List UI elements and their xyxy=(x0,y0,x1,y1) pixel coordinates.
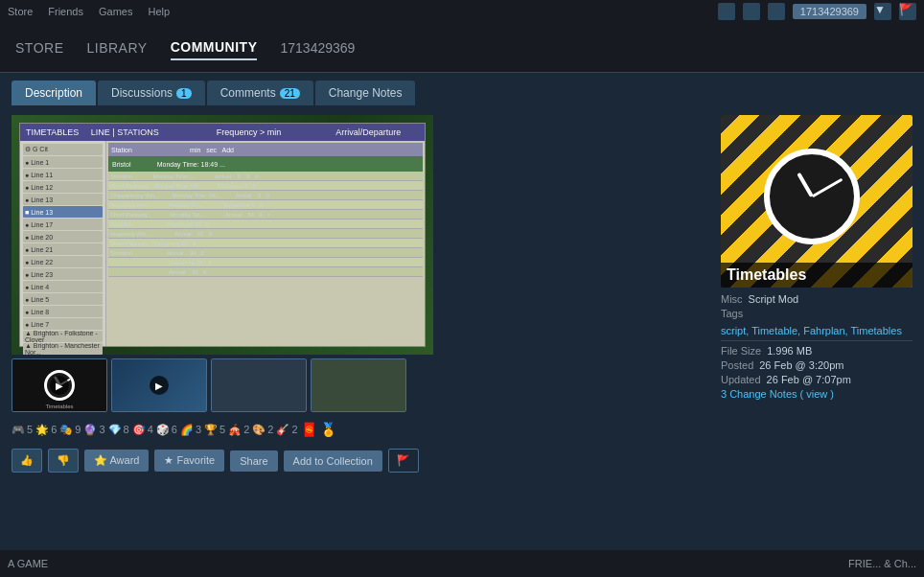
filesize-value: 1.996 MB xyxy=(767,345,812,357)
updated-value: 26 Feb @ 7:07pm xyxy=(767,374,851,385)
nav-store[interactable]: Store xyxy=(8,6,33,17)
emoji-7[interactable]: 🎲 6 xyxy=(156,424,177,436)
thumbnail-4[interactable] xyxy=(311,358,406,412)
clock-minute-hand xyxy=(811,178,843,198)
thumbnail-2[interactable]: ▶ xyxy=(111,358,207,412)
play-icon-2[interactable]: ▶ xyxy=(150,376,169,395)
tab-changenotes[interactable]: Change Notes xyxy=(315,81,416,105)
add-to-collection-button[interactable]: Add to Collection xyxy=(284,450,382,472)
emoji-12[interactable]: 🎸 2 xyxy=(276,424,297,436)
action-buttons-row: 👍 👎 ⭐ Award ★ Favorite Share Add to Coll… xyxy=(12,449,709,473)
mod-info: Misc Script Mod Tags script, Timetable, … xyxy=(721,293,912,400)
posted-value: 26 Feb @ 3:20pm xyxy=(759,359,843,371)
top-navigation-bar: Store Friends Games Help 1713429369 ▼ 🚩 xyxy=(0,0,924,23)
emoji-8[interactable]: 🌈 3 xyxy=(180,424,201,436)
play-icon[interactable]: ▶ xyxy=(50,376,69,395)
profile-id: 1713429369 xyxy=(280,40,355,56)
status-bar: A GAME FRIE... & Ch... xyxy=(0,550,924,577)
media-section: TIMETABLES LINE | STATIONS Frequency > m… xyxy=(12,115,709,473)
photo-icon[interactable] xyxy=(743,3,760,20)
top-right-controls: 1713429369 ▼ 🚩 xyxy=(718,3,916,20)
thumbdown-button[interactable]: 👎 xyxy=(48,449,79,473)
discussions-badge: 1 xyxy=(176,88,192,99)
top-nav-links: Store Friends Games Help xyxy=(8,6,170,17)
change-notes-link[interactable]: 3 Change Notes xyxy=(721,388,797,400)
clock-hour-hand xyxy=(797,173,813,197)
thumbup-button[interactable]: 👍 xyxy=(12,449,42,473)
share-button[interactable]: Share xyxy=(230,450,277,472)
content-body: TIMETABLES LINE | STATIONS Frequency > m… xyxy=(0,105,924,482)
emoji-11[interactable]: 🎨 2 xyxy=(252,424,273,436)
tab-description[interactable]: Description xyxy=(12,81,96,105)
monitor-icon[interactable] xyxy=(718,3,735,20)
main-screenshot: TIMETABLES LINE | STATIONS Frequency > m… xyxy=(12,115,433,355)
thumbnail-3[interactable] xyxy=(211,358,307,412)
posted-label: Posted xyxy=(721,359,753,371)
main-navigation: STORE LIBRARY COMMUNITY 1713429369 xyxy=(0,23,924,73)
tags-value: script, Timetable, Fahrplan, Timetables xyxy=(721,325,912,336)
emoji-reactions: 🎮 5 🌟 6 🎭 9 🔮 3 💎 8 🎯 4 🎲 6 🌈 3 🏆 5 🎪 2 … xyxy=(12,418,709,441)
nav-store-main[interactable]: STORE xyxy=(15,36,63,59)
flag-icon[interactable]: 🚩 xyxy=(899,3,916,20)
updated-label: Updated xyxy=(721,374,761,385)
thumbnail-strip: Timetables ▶ ▶ xyxy=(12,358,709,412)
tab-comments[interactable]: Comments21 xyxy=(207,81,313,105)
mod-thumbnail: Timetables xyxy=(721,115,912,288)
emoji-6[interactable]: 🎯 4 xyxy=(132,424,153,436)
award-button[interactable]: ⭐ Award xyxy=(84,450,149,472)
emoji-9[interactable]: 🏆 5 xyxy=(204,424,225,436)
nav-help[interactable]: Help xyxy=(148,6,170,17)
emoji-5[interactable]: 💎 8 xyxy=(108,424,129,436)
status-game: A GAME xyxy=(8,558,48,569)
clock-graphic xyxy=(764,149,860,244)
status-right: FRIE... & Ch... xyxy=(848,558,916,569)
main-content: Description Discussions1 Comments21 Chan… xyxy=(0,73,924,577)
filesize-label: File Size xyxy=(721,345,761,357)
favorite-button[interactable]: ★ Favorite xyxy=(154,450,224,472)
nav-community-main[interactable]: COMMUNITY xyxy=(171,35,258,60)
flag-button[interactable]: 🚩 xyxy=(388,449,419,473)
emoji-1[interactable]: 🎮 5 xyxy=(12,424,33,436)
emoji-3[interactable]: 🎭 9 xyxy=(59,424,81,436)
nav-friends[interactable]: Friends xyxy=(48,6,83,17)
tab-discussions[interactable]: Discussions1 xyxy=(98,81,205,105)
emoji-4[interactable]: 🔮 3 xyxy=(83,424,104,436)
emoji-2[interactable]: 🌟 6 xyxy=(35,424,57,436)
dropdown-icon[interactable]: ▼ xyxy=(874,3,891,20)
special-emoji-1[interactable]: 🧧 xyxy=(301,422,317,437)
type-label: Misc xyxy=(721,293,743,305)
nav-games[interactable]: Games xyxy=(99,6,132,17)
content-tabs: Description Discussions1 Comments21 Chan… xyxy=(0,73,924,105)
info-panel: Timetables Misc Script Mod Tags script, … xyxy=(721,115,912,473)
user-button[interactable]: 1713429369 xyxy=(793,4,866,19)
thumbnail-1[interactable]: Timetables ▶ xyxy=(12,358,107,412)
emoji-10[interactable]: 🎪 2 xyxy=(228,424,249,436)
nav-library-main[interactable]: LIBRARY xyxy=(86,36,147,59)
mod-title-overlay: Timetables xyxy=(721,263,912,288)
comments-badge: 21 xyxy=(280,88,300,99)
special-emoji-2[interactable]: 🏅 xyxy=(320,422,336,437)
type-value: Script Mod xyxy=(749,293,799,305)
controller-icon[interactable] xyxy=(768,3,785,20)
tags-label: Tags xyxy=(721,308,912,319)
view-link[interactable]: ( view ) xyxy=(800,388,834,400)
